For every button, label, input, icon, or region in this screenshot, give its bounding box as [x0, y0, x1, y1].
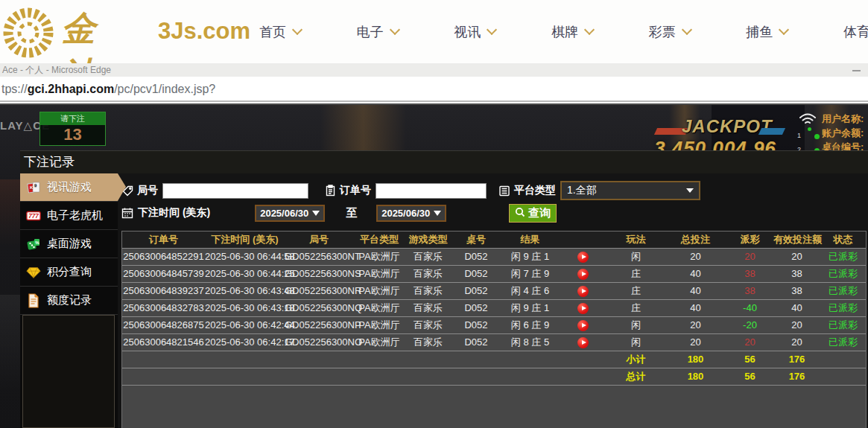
nav-item-5[interactable]: 彩票 — [649, 23, 691, 41]
cell-replay — [559, 266, 607, 282]
column-header: 玩法 — [607, 231, 665, 248]
modal-body: K9视讯游戏777电子老虎机%桌面游戏积分查询额度记录 局号 — [20, 173, 868, 428]
column-header: 总投注 — [665, 231, 726, 248]
user-info-label: 账户余额: — [822, 126, 864, 140]
cell: 百家乐 — [405, 249, 451, 265]
cell: GD052256300NP — [285, 317, 353, 333]
sidebar-empty-panel — [22, 315, 115, 428]
minimize-icon[interactable] — [852, 70, 861, 71]
window-title: Ace - 个人 - Microsoft Edge — [2, 65, 111, 75]
cell: 250630064821546 — [122, 334, 205, 351]
table-row: 2506300648268752025-06-30 06:42:44GD0522… — [122, 317, 866, 334]
user-info-labels: 用户名称:账户余额:桌台编号: — [822, 112, 864, 154]
cell: 闲 6 庄 9 — [501, 317, 559, 333]
bet-timer-badge: 请下注 13 — [39, 112, 106, 146]
chevron-down-icon — [312, 211, 320, 216]
nav-item-6[interactable]: 捕鱼 — [746, 23, 788, 41]
bet-records-table: 订单号下注时间 (美东)局号平台类型游戏类型桌号结果玩法总投注派彩有效投注额状态… — [121, 231, 867, 428]
cell-replay — [559, 249, 607, 265]
column-header: 结果 — [501, 231, 559, 248]
cell: 百家乐 — [405, 300, 451, 316]
sidebar-item-label: 桌面游戏 — [47, 237, 92, 251]
cell-payout: 20 — [726, 334, 773, 351]
cell: 250630064832783 — [122, 300, 205, 316]
table-row: 2506300648457392025-06-30 06:44:25GD0522… — [122, 266, 866, 283]
subtotal-label: 小计 — [607, 351, 665, 368]
cell: 闲 7 庄 9 — [501, 266, 559, 282]
address-bar[interactable]: tps://gci.2hhapi.com/pc/pcv1/index.jsp? — [0, 77, 868, 102]
cell: 百家乐 — [405, 317, 451, 333]
replay-play-icon[interactable] — [577, 286, 589, 297]
replay-play-icon[interactable] — [577, 337, 589, 348]
cell: GD052256300NR — [285, 283, 353, 299]
nav-item-label: 首页 — [259, 23, 286, 41]
document-icon — [26, 293, 41, 308]
table-row: 2506300648522912025-06-30 06:44:58GD0522… — [122, 249, 866, 266]
bet-countdown: 13 — [40, 125, 105, 145]
date-to-picker[interactable]: 2025/06/30 — [376, 205, 446, 222]
chevron-down-icon — [487, 25, 497, 35]
round-number-label: 局号 — [137, 184, 158, 197]
cell: 250630064839237 — [122, 283, 205, 299]
brand-en: 3Js.com — [158, 18, 250, 45]
sidebar-item-4[interactable]: 积分查询 — [20, 258, 118, 287]
column-header: 派彩 — [726, 231, 773, 248]
table-row: 2506300648392372025-06-30 06:43:48GD0522… — [122, 283, 866, 300]
column-header: 桌号 — [451, 231, 501, 248]
chevron-down-icon — [682, 25, 692, 35]
platform-type-select[interactable]: 1.全部 — [560, 181, 700, 200]
nav-item-2[interactable]: 电子 — [357, 23, 399, 41]
date-from-picker[interactable]: 2025/06/30 — [255, 205, 325, 222]
cell-status: 已派彩 — [820, 266, 866, 282]
grand-total-row: 总计18056176 — [122, 368, 866, 386]
cell-play-type: 庄 — [607, 300, 665, 316]
cell-total-bet: 40 — [665, 266, 726, 282]
bet-badge-label: 请下注 — [40, 112, 105, 125]
cell: 250630064852291 — [122, 249, 205, 265]
jackpot-blue-stripe — [758, 128, 785, 135]
order-number-input[interactable] — [376, 183, 487, 199]
nav-item-4[interactable]: 棋牌 — [551, 23, 593, 41]
cell: 百家乐 — [405, 283, 451, 299]
replay-play-icon[interactable] — [577, 320, 589, 331]
cell-total-bet: 20 — [665, 317, 726, 333]
cell-total-bet: 40 — [665, 283, 726, 299]
cell: D052 — [451, 300, 501, 316]
cell-payout: 38 — [726, 283, 773, 299]
cell: 闲 9 庄 1 — [501, 249, 559, 265]
nav-item-7[interactable]: 体育 — [843, 23, 868, 41]
round-number-input[interactable] — [162, 183, 308, 199]
nav-item-3[interactable]: 视讯 — [454, 23, 495, 41]
filter-row-2: 下注时间 (美东) 2025/06/30 至 2025/06/30 — [121, 203, 557, 223]
nav-item-label: 视讯 — [454, 23, 481, 41]
modal-content: 局号 订单号 — [118, 173, 868, 428]
slot-icon: 777 — [26, 208, 41, 223]
svg-text:777: 777 — [28, 213, 39, 220]
grand-total-total-bet: 180 — [665, 368, 726, 385]
nav-item-label: 电子 — [357, 23, 384, 41]
cell: PA欧洲厅 — [353, 300, 405, 316]
platform-list-icon — [498, 185, 510, 197]
sidebar-item-5[interactable]: 额度记录 — [20, 287, 118, 315]
sidebar-item-2[interactable]: 777电子老虎机 — [20, 202, 118, 230]
sidebar-item-3[interactable]: %桌面游戏 — [20, 230, 118, 258]
date-from-value: 2025/06/30 — [260, 208, 308, 219]
order-number-label: 订单号 — [340, 184, 371, 197]
bg-pillar — [320, 105, 406, 150]
replay-play-icon[interactable] — [577, 269, 589, 280]
grand-total-valid-bet: 176 — [773, 368, 820, 385]
dice-icon: % — [26, 237, 41, 252]
game-window: LAY△CE 请下注 13 JACKPOT 3,450,004.96 用户名称:… — [0, 103, 868, 428]
cell-valid-bet: 40 — [773, 300, 820, 316]
cell-play-type: 庄 — [607, 283, 665, 299]
subtotal-payout: 56 — [726, 351, 773, 368]
cell-status: 已派彩 — [820, 334, 866, 351]
platform-type-value: 1.全部 — [567, 184, 597, 197]
search-button[interactable]: 查询 — [509, 204, 557, 223]
replay-play-icon[interactable] — [577, 252, 589, 263]
cell-valid-bet: 38 — [773, 283, 820, 299]
nav-item-1[interactable]: 首页 — [259, 23, 301, 41]
cell: 2025-06-30 06:42:44 — [205, 317, 285, 333]
replay-play-icon[interactable] — [577, 303, 589, 314]
sidebar-item-1[interactable]: K9视讯游戏 — [20, 173, 118, 202]
